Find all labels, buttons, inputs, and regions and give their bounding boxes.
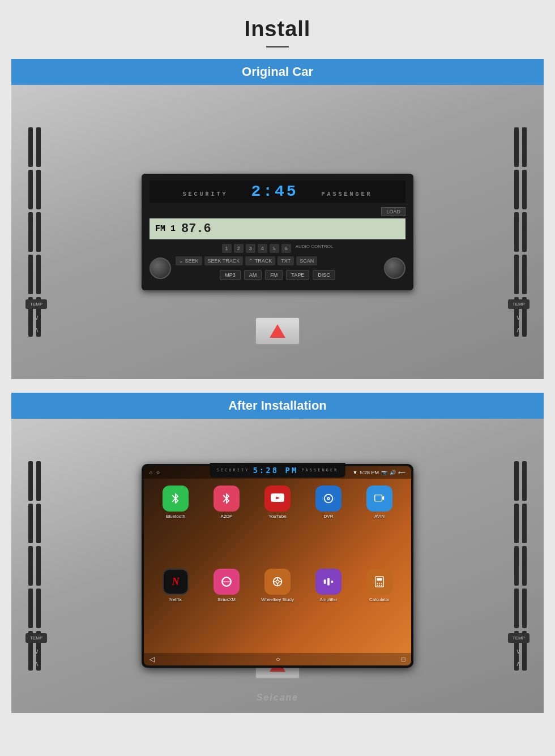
tape-btn[interactable]: TAPE — [286, 270, 309, 280]
app-netflix[interactable]: N Netflix — [153, 569, 198, 646]
after-left-temp-label: TEMP — [25, 633, 47, 643]
am-btn[interactable]: AM — [244, 270, 262, 280]
radio-unit: SECURITY 2:45 PASSENGER LOAD FM 1 87.6 1… — [142, 174, 413, 290]
load-button: LOAD — [381, 207, 405, 216]
vent-bar — [514, 212, 519, 252]
avin-app-label: AVIN — [374, 514, 385, 519]
fm-btn[interactable]: FM — [265, 270, 283, 280]
original-car-header: Original Car — [11, 59, 544, 85]
right-temp-up[interactable]: ∧ — [508, 326, 530, 334]
left-temp-label: TEMP — [25, 299, 47, 309]
vent-bar — [514, 589, 519, 628]
signal-icon: ▼ — [353, 470, 358, 475]
vent-bar — [514, 127, 519, 167]
svg-rect-13 — [327, 578, 330, 586]
home-nav-icon[interactable]: ○ — [276, 655, 280, 663]
avin-app-icon — [366, 486, 392, 512]
after-left-temp-up[interactable]: ∧ — [25, 660, 47, 668]
vent-bar — [28, 504, 33, 543]
preset-6[interactable]: 6 — [281, 244, 291, 253]
app-dvr[interactable]: DVR — [306, 486, 351, 563]
hazard-button[interactable] — [255, 317, 300, 345]
after-right-temp-up[interactable]: ∧ — [508, 660, 530, 668]
svg-point-18 — [379, 583, 380, 584]
app-avin[interactable]: AVIN — [357, 486, 402, 563]
vent-bar — [514, 546, 519, 586]
svg-point-21 — [379, 585, 380, 586]
svg-rect-12 — [324, 579, 326, 583]
vent-bar — [28, 461, 33, 501]
text-btn[interactable]: TXT — [278, 256, 294, 265]
preset-2[interactable]: 2 — [234, 244, 244, 253]
vent-bar — [522, 504, 527, 543]
after-right-temp-down[interactable]: ∨ — [508, 647, 530, 655]
app-bluetooth[interactable]: Bluetooth — [153, 486, 198, 563]
tune-file-knob[interactable] — [384, 257, 405, 279]
after-left-temp-controls: TEMP ∨ ∧ — [25, 633, 47, 668]
radio-fm-label: FM 1 — [155, 224, 176, 234]
preset-buttons-row: 1 2 3 4 5 6 AUDIO CONTROL — [150, 244, 405, 253]
seek-up-btn[interactable]: ⌃ TRACK — [245, 256, 275, 265]
right-temp-down[interactable]: ∨ — [508, 313, 530, 321]
after-left-temp-down[interactable]: ∨ — [25, 647, 47, 655]
vent-bar — [28, 127, 33, 167]
left-temp-down[interactable]: ∨ — [25, 313, 47, 321]
android-nav-bar: ◁ ○ □ — [144, 653, 411, 665]
vent-bar — [28, 589, 33, 628]
left-temp-controls: TEMP ∨ ∧ — [25, 299, 47, 334]
seek-down-btn[interactable]: ⌄ SEEK — [176, 256, 202, 265]
preset-5[interactable]: 5 — [270, 244, 279, 253]
app-siriusxm[interactable]: SiriusXM — [204, 569, 249, 646]
vent-bar — [522, 546, 527, 586]
vent-bar — [36, 589, 41, 628]
amplifier-app-icon — [315, 569, 341, 595]
app-wheelkey[interactable]: Wheelkey Study — [255, 569, 300, 646]
vent-bar — [36, 461, 41, 501]
disc-btn[interactable]: DISC — [313, 270, 335, 280]
home-status-icon: ⌂ — [150, 470, 152, 475]
pwr-vol-knob[interactable] — [150, 257, 171, 279]
status-left-icons: ⌂ ☆ — [150, 470, 160, 475]
mp3-btn[interactable]: MP3 — [220, 270, 241, 280]
back-nav-icon[interactable]: ◁ — [150, 655, 155, 663]
app-amplifier[interactable]: Amplifier — [306, 569, 351, 646]
a2dp-app-label: A2DP — [221, 514, 233, 519]
after-installation-section: After Installation SECURITY — [11, 393, 544, 713]
load-row: LOAD — [150, 207, 405, 216]
vent-bar — [28, 255, 33, 294]
radio-clock: 2:45 — [251, 183, 298, 200]
seek-track-btn[interactable]: SEEK TRACK — [204, 256, 244, 265]
preset-3[interactable]: 3 — [246, 244, 255, 253]
svg-point-20 — [377, 585, 378, 586]
svg-rect-16 — [377, 578, 382, 581]
recents-nav-icon[interactable]: □ — [402, 655, 405, 663]
preset-4[interactable]: 4 — [258, 244, 267, 253]
app-youtube[interactable]: YouTube — [255, 486, 300, 563]
android-display: ⌂ ☆ ▼ 5:28 PM 📷 🔊 ⟵ — [144, 466, 411, 665]
mode-buttons-row: MP3 AM FM TAPE DISC — [176, 270, 379, 280]
hazard-triangle-icon — [270, 324, 285, 338]
bluetooth-app-label: Bluetooth — [166, 514, 185, 519]
original-car-section: Original Car SECURITY 2:45 — [11, 59, 544, 379]
app-a2dp[interactable]: A2DP — [204, 486, 249, 563]
calculator-app-label: Calculator — [369, 597, 390, 602]
scan-btn[interactable]: SCAN — [296, 256, 317, 265]
android-head-unit[interactable]: SECURITY 5:28 PM PASSENGER ⌂ ☆ ▼ 5:28 PM… — [142, 464, 413, 668]
preset-1[interactable]: 1 — [222, 244, 232, 253]
radio-time-display: SECURITY 2:45 PASSENGER — [150, 181, 405, 203]
right-temp-label: TEMP — [508, 299, 530, 309]
svg-point-17 — [377, 583, 378, 584]
clock-display: 5:28 PM — [360, 470, 379, 475]
wheelkey-app-label: Wheelkey Study — [261, 597, 294, 602]
audio-control-label: AUDIO CONTROL — [296, 244, 334, 253]
dvr-app-icon — [315, 486, 341, 512]
left-temp-up[interactable]: ∧ — [25, 326, 47, 334]
amplifier-app-label: Amplifier — [319, 597, 337, 602]
siriusxm-app-icon — [214, 569, 240, 595]
app-calculator[interactable]: Calculator — [357, 569, 402, 646]
vent-bar — [36, 127, 41, 167]
status-right-info: ▼ 5:28 PM 📷 🔊 ⟵ — [353, 470, 405, 475]
siriusxm-app-label: SiriusXM — [217, 597, 236, 602]
svg-point-2 — [328, 498, 329, 499]
vent-bar — [514, 504, 519, 543]
